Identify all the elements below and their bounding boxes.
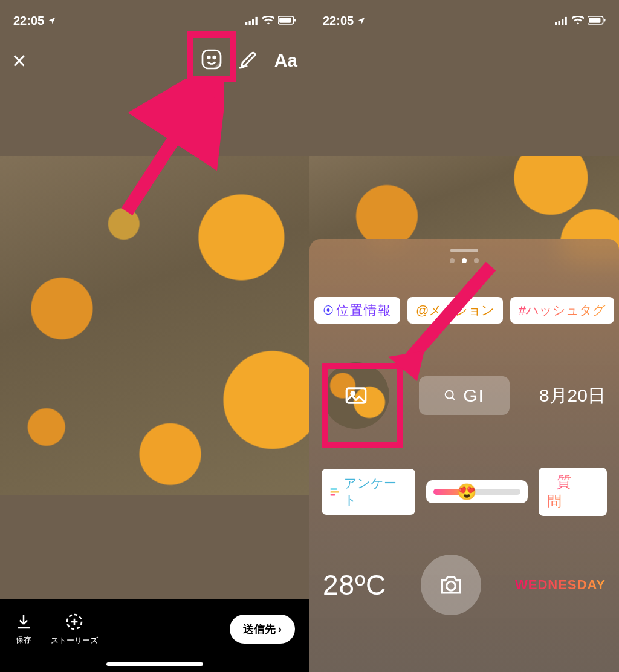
poll-icon [329,486,340,498]
status-bar: 22:05 [310,0,619,34]
status-time: 22:05 [323,14,354,28]
story-bottom-bar: 保存 ストーリーズ 送信先 › [0,599,310,672]
weekday-sticker[interactable]: WEDNESDAY [515,577,606,593]
tray-grabber[interactable] [450,249,478,252]
svg-rect-3 [256,16,258,24]
save-button[interactable]: 保存 [15,613,33,645]
poll-label: アンケート [344,475,408,509]
signal-icon [245,16,259,25]
pin-icon: ⦿ [323,304,334,317]
signal-icon [555,16,568,25]
svg-rect-0 [245,22,247,24]
emoji-slider-sticker[interactable]: 😍 [426,480,528,503]
text-icon[interactable]: Aa [274,50,297,71]
svg-rect-23 [330,488,337,489]
location-arrow-icon [357,16,366,25]
heart-eyes-emoji-icon: 😍 [457,483,476,501]
svg-point-22 [446,391,453,399]
question-label: 質問 [547,468,574,515]
story-editor-topbar: × Aa [0,42,310,79]
svg-rect-13 [555,22,557,24]
svg-point-9 [213,56,215,59]
svg-point-8 [207,56,210,59]
close-icon[interactable]: × [12,48,26,73]
temperature-sticker[interactable]: 28ºC [323,569,386,601]
sticker-icon[interactable] [201,48,222,73]
send-to-button[interactable]: 送信先 › [230,615,295,644]
svg-rect-19 [604,19,606,21]
svg-point-26 [446,582,455,591]
search-icon [444,389,457,402]
gif-label: GI [463,385,485,406]
wifi-icon [262,16,274,25]
svg-rect-15 [562,19,563,25]
stories-button[interactable]: ストーリーズ [51,612,98,646]
location-arrow-icon [48,16,56,25]
status-time: 22:05 [13,14,44,28]
status-bar: 22:05 [0,0,310,34]
svg-rect-18 [589,18,600,23]
left-screenshot: 22:05 × Aa 保存 ストーリーズ [0,0,310,672]
chevron-right-icon: › [278,623,282,636]
save-label: 保存 [16,634,31,645]
battery-icon [278,16,296,25]
svg-marker-28 [388,351,424,381]
svg-rect-1 [249,21,251,25]
annotation-arrow [382,260,497,381]
svg-rect-6 [294,19,296,21]
temperature-unit: ºC [355,569,386,601]
battery-icon [588,16,606,25]
svg-rect-5 [279,18,291,23]
slider-track: 😍 [433,489,520,495]
question-sticker[interactable]: 質問 [539,468,607,516]
stories-label: ストーリーズ [51,635,98,646]
camera-icon [438,572,464,598]
hashtag-sticker[interactable]: #ハッシュタグ [510,297,614,324]
send-label: 送信先 [243,622,276,636]
camera-sticker[interactable] [421,555,481,615]
right-screenshot: 22:05 ⦿ 位置情報 @メ ション #ハッシュタグ [310,0,619,672]
date-sticker[interactable]: 8月20日 [539,383,606,408]
home-indicator [106,662,203,666]
svg-rect-16 [565,16,567,24]
svg-rect-14 [559,21,560,25]
temperature-value: 28 [323,569,355,601]
gif-sticker[interactable]: GI [419,376,510,415]
svg-line-27 [406,266,491,363]
wifi-icon [572,16,584,25]
svg-rect-25 [330,494,335,495]
svg-line-11 [127,86,209,212]
draw-icon[interactable] [238,49,259,72]
annotation-arrow [121,79,224,218]
hashtag-label: #ハッシュタグ [519,302,606,319]
poll-sticker[interactable]: アンケート [322,469,415,515]
svg-rect-24 [330,491,339,492]
svg-rect-2 [252,19,254,25]
